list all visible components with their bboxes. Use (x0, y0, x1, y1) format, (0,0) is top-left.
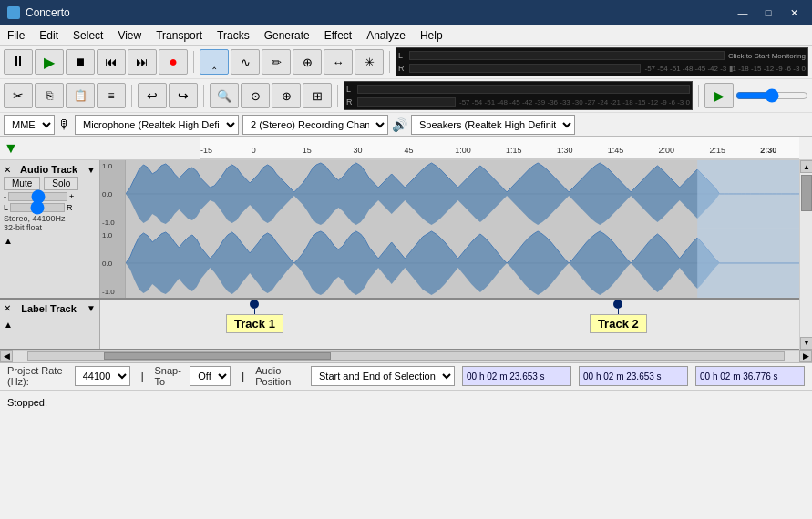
tracks-column: ✕ Audio Track ▼ Mute Solo - + L (0, 160, 799, 350)
gain-min-label: - (4, 192, 6, 201)
select-tool-button[interactable]: ‸ (200, 49, 229, 75)
record-button[interactable]: ● (159, 49, 188, 75)
sep2 (389, 51, 390, 73)
scroll-track[interactable] (800, 173, 812, 337)
pause-button[interactable]: ⏸ (4, 49, 33, 75)
label-track-collapse[interactable]: ▲ (4, 320, 96, 330)
zoom-out-button[interactable]: 🔍 (210, 83, 239, 108)
menu-effect[interactable]: Effect (317, 25, 359, 45)
track1-dot (250, 300, 259, 309)
scroll-right-button[interactable]: ▶ (799, 350, 812, 362)
scroll-down-button[interactable]: ▼ (800, 337, 812, 350)
work-area: ▼ -15 0 15 30 45 1:00 1:15 1:30 1:45 2:0… (0, 137, 812, 362)
scale-bot-m1: -1.0 (102, 288, 123, 296)
menu-generate[interactable]: Generate (257, 25, 317, 45)
minimize-button[interactable]: — (732, 4, 754, 22)
time-display-2[interactable] (579, 366, 688, 386)
vu2-bar-r (357, 97, 456, 107)
label-track-close[interactable]: ✕ (4, 303, 11, 313)
maximize-button[interactable]: □ (757, 4, 779, 22)
track1-label: Track 1 (226, 314, 283, 333)
skip-back-button[interactable]: ⏮ (97, 49, 126, 75)
paste-button[interactable]: 📋 (66, 83, 95, 108)
audio-track: ✕ Audio Track ▼ Mute Solo - + L (0, 160, 799, 300)
microphone-select[interactable]: Microphone (Realtek High Defini... (75, 115, 239, 135)
status-bar: Stopped. (0, 390, 812, 415)
mute-solo-row: Mute Solo (4, 177, 96, 190)
close-button[interactable]: ✕ (783, 4, 805, 22)
menu-select[interactable]: Select (66, 25, 110, 45)
menu-edit[interactable]: Edit (32, 25, 66, 45)
zoom-fit-button[interactable]: ⊙ (241, 83, 270, 108)
scroll-left-button[interactable]: ◀ (0, 350, 13, 362)
zoom-in-button[interactable]: ⊕ (272, 83, 301, 108)
menu-view[interactable]: View (110, 25, 149, 45)
vertical-scrollbar[interactable]: ▲ ▼ (799, 160, 812, 350)
playhead-arrow[interactable]: ▼ (4, 140, 18, 157)
status-text: Stopped. (7, 397, 47, 408)
mic-icon: 🎙 (58, 117, 71, 132)
scroll-up-button[interactable]: ▲ (800, 160, 812, 173)
menu-transport[interactable]: Transport (149, 25, 210, 45)
host-select[interactable]: MME (4, 115, 55, 135)
track2-label: Track 2 (590, 314, 647, 333)
sep5 (337, 85, 338, 107)
undo-button[interactable]: ↩ (138, 83, 167, 108)
label-track-controls: ✕ Label Track ▼ ▲ (0, 300, 100, 349)
app-title: Concerto (26, 6, 70, 19)
mute-button[interactable]: Mute (4, 177, 40, 190)
audio-track-collapse[interactable]: ▲ (4, 236, 96, 246)
play-button[interactable]: ▶ (35, 49, 64, 75)
time-display-3[interactable] (695, 366, 805, 386)
audio-track-close[interactable]: ✕ (4, 165, 11, 175)
zoom-sel-button[interactable]: ⊞ (303, 83, 332, 108)
track2-marker[interactable]: Track 2 (590, 300, 647, 333)
label-track-menu[interactable]: ▼ (87, 303, 96, 313)
vu-row2-r: R -57 -54 -51 -48 -45 -42 -39 -36 -33 -3… (346, 96, 690, 108)
pb-play-button[interactable]: ▶ (704, 83, 734, 108)
solo-button[interactable]: Solo (44, 177, 78, 190)
menu-tracks[interactable]: Tracks (210, 25, 257, 45)
vu2-bar-l (357, 85, 690, 94)
draw-tool-button[interactable]: ✏ (262, 49, 291, 75)
label-track-area: Track 1 Track 2 (100, 300, 799, 349)
toolbar-area: ⏸ ▶ ■ ⏮ ⏭ ● ‸ ∿ ✏ ⊕ ↔ ✳ L Click to Start… (0, 46, 812, 137)
speaker-select[interactable]: Speakers (Realtek High Definiti... (411, 115, 575, 135)
redo-button[interactable]: ↪ (169, 83, 198, 108)
vu-label-l: L (398, 51, 409, 60)
menu-help[interactable]: Help (413, 25, 450, 45)
stop-button[interactable]: ■ (66, 49, 95, 75)
envelope-tool-button[interactable]: ∿ (231, 49, 260, 75)
click-to-monitor[interactable]: Click to Start Monitoring (728, 52, 806, 60)
scroll-thumb[interactable] (801, 175, 812, 211)
multi-tool-button[interactable]: ✳ (355, 49, 384, 75)
project-rate-label: Project Rate (Hz): (7, 365, 67, 387)
menu-file[interactable]: File (0, 25, 32, 45)
cut-button[interactable]: ✂ (4, 83, 33, 108)
top-channel: 1.0 0.0 -1.0 (100, 160, 799, 229)
slide-tool-button[interactable]: ↔ (324, 49, 353, 75)
track-label-row: ✕ Audio Track ▼ (4, 164, 96, 175)
menu-analyze[interactable]: Analyze (359, 25, 413, 45)
audio-track-menu[interactable]: ▼ (87, 165, 96, 175)
audio-track-controls: ✕ Audio Track ▼ Mute Solo - + L (0, 160, 100, 298)
trim-button[interactable]: ≡ (97, 83, 126, 108)
h-scroll-track[interactable] (27, 351, 785, 361)
track1-marker[interactable]: Track 1 (226, 300, 283, 333)
time-display-1[interactable] (462, 366, 571, 386)
sep4 (203, 85, 204, 107)
horizontal-scrollbar[interactable]: ◀ ▶ (0, 350, 812, 362)
copy-button[interactable]: ⎘ (35, 83, 64, 108)
channels-select[interactable]: 2 (Stereo) Recording Channels (242, 115, 388, 135)
transport-toolbar: ⏸ ▶ ■ ⏮ ⏭ ● ‸ ∿ ✏ ⊕ ↔ ✳ L Click to Start… (0, 46, 812, 79)
pan-slider[interactable] (10, 203, 65, 212)
position-display-select[interactable]: Start and End of Selection (311, 366, 455, 386)
stereo-info: Stereo, 44100Hz 32-bit float (4, 214, 96, 232)
skip-fwd-button[interactable]: ⏭ (128, 49, 157, 75)
snap-to-select[interactable]: Off (190, 366, 231, 386)
h-scroll-thumb[interactable] (104, 352, 331, 360)
project-rate-select[interactable]: 44100 (75, 366, 130, 386)
zoom-tool-button[interactable]: ⊕ (293, 49, 322, 75)
vu-meter-area: L Click to Start Monitoring R -57 -54 -5… (396, 47, 808, 76)
playback-speed-slider[interactable] (735, 88, 808, 103)
